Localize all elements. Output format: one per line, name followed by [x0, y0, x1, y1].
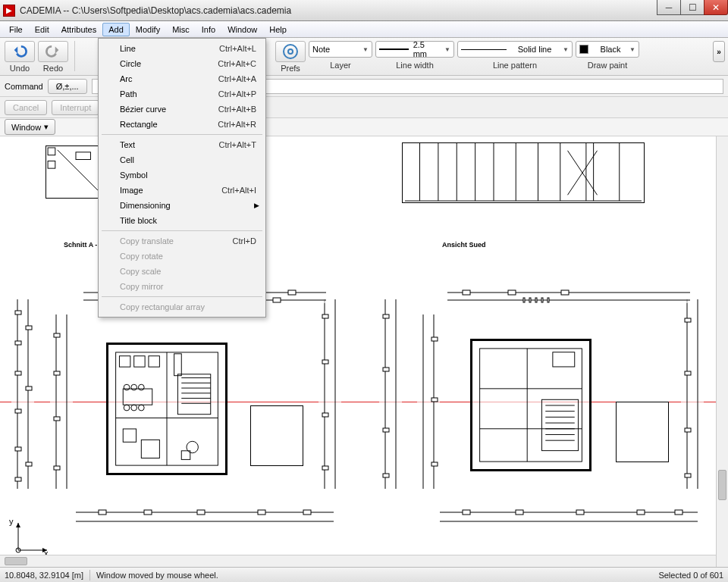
plan-label-right: Ansicht Sued [442, 241, 486, 249]
svg-rect-83 [383, 428, 389, 432]
svg-rect-61 [15, 409, 21, 413]
svg-rect-15 [48, 161, 55, 168]
floor-plan-right [470, 339, 592, 471]
menu-item-text[interactable]: TextCtrl+Alt+T [100, 137, 264, 152]
menu-help[interactable]: Help [263, 23, 293, 36]
section-drawing [46, 146, 106, 199]
scroll-thumb[interactable] [718, 470, 726, 500]
svg-point-27 [124, 405, 130, 411]
add-menu-dropdown: LineCtrl+Alt+LCircleCtrl+Alt+CArcCtrl+Al… [98, 38, 266, 318]
svg-rect-39 [123, 429, 136, 442]
dimension-column-right-2 [681, 299, 704, 489]
menu-file[interactable]: File [3, 23, 29, 36]
svg-rect-87 [431, 337, 438, 341]
svg-rect-17 [76, 152, 90, 160]
svg-line-16 [58, 150, 98, 190]
menu-misc[interactable]: Misc [166, 23, 196, 36]
undo-button[interactable] [5, 41, 35, 62]
menu-item-title-block[interactable]: Title block [100, 213, 264, 228]
linewidth-value: 2.5 mm [413, 40, 440, 58]
maximize-button[interactable]: ☐ [680, 0, 704, 15]
svg-rect-129 [675, 510, 682, 515]
symbols-button[interactable]: Ø,±,... [48, 79, 87, 94]
menu-item-symbol[interactable]: Symbol [100, 167, 264, 183]
svg-point-26 [138, 384, 144, 390]
linepattern-combo[interactable]: Solid line ▼ [457, 41, 573, 58]
svg-rect-81 [383, 314, 389, 318]
menu-window[interactable]: Window [221, 23, 263, 36]
svg-rect-72 [54, 466, 60, 470]
svg-rect-60 [15, 371, 21, 375]
menu-item-b-zier-curve[interactable]: Bézier curveCtrl+Alt+B [100, 102, 264, 117]
svg-rect-84 [383, 474, 389, 477]
svg-rect-19 [119, 356, 130, 367]
vertical-scrollbar[interactable] [716, 136, 728, 567]
menu-item-label: Bézier curve [120, 105, 218, 114]
svg-rect-70 [54, 371, 60, 375]
menu-edit[interactable]: Edit [29, 23, 55, 36]
window-dropdown-label: Window [11, 123, 41, 132]
menu-item-label: Image [120, 186, 221, 195]
menu-item-shortcut: Ctrl+Alt+L [219, 44, 261, 53]
submenu-arrow-icon: ▶ [254, 202, 261, 209]
menu-item-label: Copy rectangular array [120, 302, 256, 311]
line-pattern-icon [461, 49, 507, 50]
cancel-button[interactable]: Cancel [5, 100, 47, 115]
menu-info[interactable]: Info [196, 23, 221, 36]
menu-item-path[interactable]: PathCtrl+Alt+P [100, 86, 264, 102]
menu-item-shortcut: Ctrl+Alt+T [218, 140, 261, 149]
redo-button[interactable] [38, 41, 68, 62]
command-label: Command [5, 82, 43, 91]
garage-right [616, 402, 669, 462]
window-dropdown[interactable]: Window ▾ [5, 119, 55, 135]
dimension-column-left [11, 299, 34, 489]
line-sample-icon [379, 48, 409, 50]
gear-icon [283, 44, 298, 59]
svg-rect-102 [288, 290, 296, 295]
menubar: File Edit Attributes Add Modify Misc Inf… [0, 21, 728, 38]
drawpaint-combo[interactable]: Black ▼ [576, 41, 639, 58]
svg-rect-92 [685, 318, 691, 322]
horizontal-scrollbar[interactable] [0, 555, 716, 567]
svg-rect-40 [141, 440, 159, 458]
menu-item-copy-mirror: Copy mirror [100, 279, 264, 294]
svg-rect-20 [134, 356, 145, 367]
menu-attributes[interactable]: Attributes [55, 23, 102, 36]
linepattern-label: Line pattern [493, 61, 537, 70]
close-button[interactable]: ✕ [704, 0, 728, 15]
menu-item-arc[interactable]: ArcCtrl+Alt+A [100, 71, 264, 86]
dimension-row-bottom-right [440, 506, 698, 524]
interrupt-button[interactable]: Interrupt [52, 100, 99, 115]
svg-rect-121 [258, 510, 265, 515]
svg-rect-112 [529, 298, 531, 302]
svg-rect-120 [197, 510, 205, 515]
svg-point-25 [131, 384, 137, 390]
menu-item-line[interactable]: LineCtrl+Alt+L [100, 41, 264, 56]
menu-modify[interactable]: Modify [130, 23, 166, 36]
svg-rect-82 [383, 368, 389, 371]
axis-y-text: y [9, 517, 14, 526]
menu-add[interactable]: Add [102, 23, 130, 36]
layer-label: Layer [330, 61, 351, 70]
chevron-down-icon: ▼ [629, 46, 635, 53]
menu-item-copy-scale: Copy scale [100, 264, 264, 279]
toolbar-overflow-button[interactable]: » [713, 41, 725, 62]
svg-rect-109 [508, 290, 516, 295]
linewidth-combo[interactable]: 2.5 mm ▼ [375, 41, 454, 58]
menu-item-label: Circle [120, 59, 218, 68]
menu-item-label: Path [120, 89, 218, 99]
svg-rect-75 [322, 314, 328, 318]
minimize-button[interactable]: ─ [657, 0, 681, 15]
menu-separator [102, 296, 262, 297]
svg-rect-62 [15, 447, 21, 451]
prefs-button[interactable] [275, 41, 306, 62]
menu-item-rectangle[interactable]: RectangleCtrl+Alt+R [100, 117, 264, 132]
layer-combo[interactable]: Note ▼ [309, 41, 372, 58]
scroll-thumb[interactable] [5, 557, 27, 565]
menu-item-cell[interactable]: Cell [100, 152, 264, 167]
menu-item-image[interactable]: ImageCtrl+Alt+I [100, 183, 264, 198]
svg-rect-14 [48, 148, 55, 155]
menu-item-circle[interactable]: CircleCtrl+Alt+C [100, 56, 264, 71]
garage-left [250, 405, 303, 466]
menu-item-dimensioning[interactable]: Dimensioning▶ [100, 198, 264, 213]
